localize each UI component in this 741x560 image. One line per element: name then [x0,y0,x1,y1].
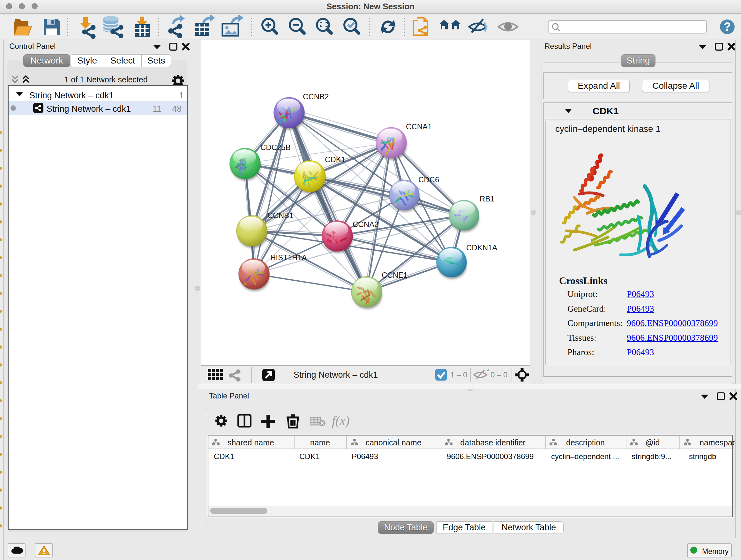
svg-text:RB1: RB1 [480,194,495,203]
svg-text:0 – 0: 0 – 0 [490,370,508,379]
svg-text:CCNA1: CCNA1 [406,122,432,131]
svg-text:CCNA2: CCNA2 [353,220,379,229]
svg-text:CCNE1: CCNE1 [382,271,408,279]
svg-text:CDKN1A: CDKN1A [466,243,497,252]
svg-text:1 – 0: 1 – 0 [450,370,467,379]
svg-text:CDK1: CDK1 [325,155,345,164]
svg-text:HIST1H1A: HIST1H1A [270,253,307,262]
svg-text:CDC6: CDC6 [418,175,439,184]
svg-text:CCNB1: CCNB1 [267,211,293,220]
svg-text:String Network – cdk1: String Network – cdk1 [293,370,378,380]
svg-text:CCNB2: CCNB2 [303,92,329,101]
svg-text:CDC25B: CDC25B [260,143,291,152]
